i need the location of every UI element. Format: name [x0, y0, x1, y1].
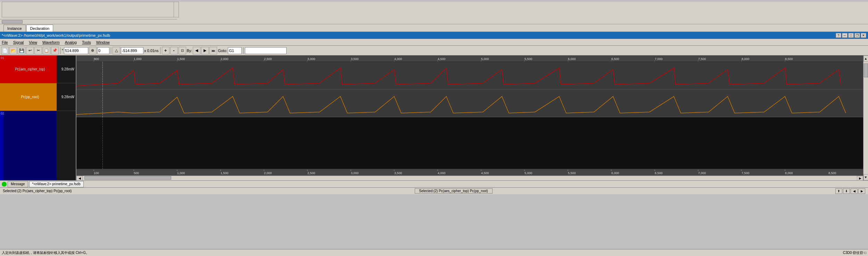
nav-next-icon[interactable]: ▶	[201, 47, 209, 54]
svg-text:6,500: 6,500	[611, 57, 619, 61]
rb1[interactable]: ⬆	[835, 188, 842, 194]
waveform-area: 800 1,000 1,500 2,000 2,500 3,000 3,500 …	[76, 56, 863, 180]
menu-view[interactable]: View	[29, 40, 37, 44]
toolbar: 📄 📂 💾 ↩ ✂ 📋 📌 * ⊕ △ x 0.01ns + - ⊡ By: ◀…	[0, 46, 868, 56]
nav-prev-icon[interactable]: ◀	[193, 47, 200, 54]
tabs-row: Instance Declaration	[0, 24, 868, 32]
svg-text:2,500: 2,500	[264, 57, 272, 61]
svg-text:5,000: 5,000	[481, 57, 489, 61]
time-ruler-bottom: 100 500 1,000 1,500 2,000 2,500 3,000 3,…	[76, 169, 863, 176]
svg-text:8,500: 8,500	[828, 171, 836, 175]
signal-3-color-strip	[0, 111, 3, 180]
rb4[interactable]: ▶	[858, 188, 865, 194]
close-button[interactable]: ✕	[861, 33, 866, 38]
svg-text:3,000: 3,000	[351, 171, 359, 175]
position-label: *	[62, 49, 63, 52]
x-step-input[interactable]	[121, 47, 143, 54]
restore-button[interactable]: ❐	[854, 33, 860, 38]
bottom-tab-message[interactable]: Message	[8, 181, 28, 187]
paste-icon[interactable]: 📌	[51, 47, 59, 54]
svg-text:7,500: 7,500	[742, 171, 750, 175]
ruler-svg-bottom: 100 500 1,000 1,500 2,000 2,500 3,000 3,…	[76, 170, 863, 176]
signal-3-name-box[interactable]	[3, 111, 57, 180]
maximize-button[interactable]: □	[848, 33, 854, 38]
tab-declaration[interactable]: Declaration	[26, 25, 53, 32]
waveform-window: *<nWave:2> /home/zht/pt_work/work1/outpu…	[0, 32, 868, 194]
svg-text:2,500: 2,500	[307, 171, 315, 175]
bottom-message: 入定向到该虚拟机，请将鼠标指针移入其中或按 Ctrl+G。	[2, 250, 89, 255]
nav-end-icon[interactable]: ⏭	[209, 47, 217, 54]
minimize-button[interactable]: ─	[842, 33, 848, 38]
rb3[interactable]: ◀	[851, 188, 858, 194]
bottom-info-bar: 入定向到该虚拟机，请将鼠标指针移入其中或按 Ctrl+G。 C3D0·窃仗窃·□	[0, 249, 868, 256]
open-icon[interactable]: 📂	[9, 47, 17, 54]
signal-1-value: 9.28mW	[57, 56, 76, 83]
main-content: 01 Pc(aes_cipher_top) 9.28mW Pc(pp_root)…	[0, 56, 868, 180]
zoom-icon[interactable]: ⊕	[89, 47, 97, 54]
menu-tools[interactable]: Tools	[82, 40, 91, 44]
left-panel: 01 Pc(aes_cipher_top) 9.28mW Pc(pp_root)…	[0, 56, 76, 180]
x-offset-input[interactable]	[97, 47, 109, 54]
zoom-fit-icon[interactable]: ⊡	[179, 47, 186, 54]
new-icon[interactable]: 📄	[1, 47, 9, 54]
waveform-row-1	[76, 62, 863, 89]
ruler-svg-top: 800 1,000 1,500 2,000 2,500 3,000 3,500 …	[76, 56, 863, 62]
signal-2-color-strip	[0, 83, 3, 111]
svg-text:3,000: 3,000	[307, 57, 315, 61]
menu-signal[interactable]: Signal	[13, 40, 24, 44]
menu-analog[interactable]: Analog	[65, 40, 77, 44]
top-panel	[0, 2, 868, 24]
svg-text:8,000: 8,000	[785, 171, 793, 175]
menu-file[interactable]: File	[2, 40, 8, 44]
signal-1-name-box[interactable]: Pc(aes_cipher_top)	[3, 56, 57, 83]
menu-window[interactable]: Window	[96, 40, 110, 44]
waveform-scrollbar[interactable]: ◀ ▶	[76, 176, 863, 180]
toolbar-help-icon[interactable]: ?	[836, 33, 841, 38]
undo-icon[interactable]: ↩	[26, 47, 34, 54]
menu-waveform[interactable]: Waveform	[42, 40, 60, 44]
position-input[interactable]	[64, 47, 88, 54]
signal-1-number: 01	[1, 56, 4, 60]
svg-text:6,500: 6,500	[655, 171, 663, 175]
waveform-row-2	[76, 89, 863, 117]
bottom-tabs-bar: Message *<nWave:2> primetime_px.fsdb	[0, 180, 868, 187]
svg-text:500: 500	[134, 171, 139, 175]
save-icon[interactable]: 💾	[18, 47, 25, 54]
title-bar: *<nWave:2> /home/zht/pt_work/work1/outpu…	[0, 32, 868, 39]
svg-text:5,000: 5,000	[524, 171, 532, 175]
window-title: *<nWave:2> /home/zht/pt_work/work1/outpu…	[2, 33, 110, 37]
svg-text:6,000: 6,000	[568, 57, 576, 61]
svg-text:800: 800	[94, 57, 99, 61]
status-indicator	[2, 182, 7, 187]
svg-text:7,000: 7,000	[655, 57, 663, 61]
bottom-tab-primetime[interactable]: *<nWave:2> primetime_px.fsdb	[29, 181, 84, 187]
svg-text:4,000: 4,000	[438, 171, 446, 175]
tab-instance[interactable]: Instance	[3, 25, 26, 32]
svg-text:7,500: 7,500	[698, 57, 706, 61]
goto-input[interactable]	[228, 47, 242, 54]
wave-up-icon[interactable]: △	[113, 47, 120, 54]
svg-text:1,500: 1,500	[177, 57, 185, 61]
cursor-line-3	[102, 117, 103, 169]
svg-text:8,000: 8,000	[742, 57, 750, 61]
selected-label-left: Selected:(2) Pc(aes_cipher_top) Pc(pp_ro…	[3, 189, 72, 193]
status-bar-selected: Selected:(2) Pc(aes_cipher_top) Pc(pp_ro…	[0, 187, 868, 194]
zoom-out-icon[interactable]: -	[170, 47, 178, 54]
cut-icon[interactable]: ✂	[34, 47, 42, 54]
signal-3-number: 02	[1, 112, 4, 115]
copy-icon[interactable]: 📋	[43, 47, 50, 54]
signal-1-name: Pc(aes_cipher_top)	[15, 67, 45, 71]
vertical-scrollbar[interactable]: ▲ ▼	[863, 56, 868, 180]
svg-text:2,000: 2,000	[264, 171, 272, 175]
signal-2-name-box[interactable]: Pc(pp_root)	[3, 83, 57, 111]
waveform-svg-1	[76, 62, 863, 89]
signal-row-1: 01 Pc(aes_cipher_top) 9.28mW	[0, 56, 76, 83]
search-input[interactable]	[245, 47, 287, 54]
zoom-in-icon[interactable]: +	[162, 47, 170, 54]
signal-row-3: 02	[0, 111, 76, 180]
svg-text:4,500: 4,500	[481, 171, 489, 175]
selected-box-center: Selected:(2) Pc(aes_cipher_top) Pc(pp_ro…	[415, 188, 493, 194]
rb2[interactable]: ⬇	[843, 188, 850, 194]
title-bar-buttons: ? ─ □ ❐ ✕	[836, 33, 866, 38]
goto-label: Goto:	[218, 49, 227, 53]
